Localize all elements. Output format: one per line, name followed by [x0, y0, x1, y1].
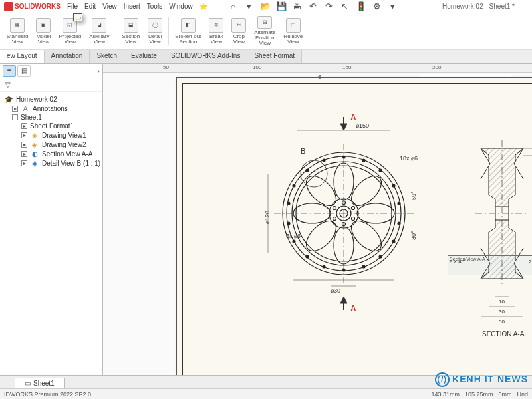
options-icon[interactable]: ⚙: [371, 1, 383, 13]
cmd-section-view[interactable]: ⬓Section View: [118, 15, 144, 47]
status-y: 105.75mm: [465, 391, 493, 398]
app-logo: [4, 2, 13, 11]
svg-point-20: [293, 203, 331, 223]
app-name: SOLIDWORKS: [15, 3, 61, 10]
cmd-model-view[interactable]: ▣Model View: [32, 15, 55, 47]
filter-icon[interactable]: ▽: [3, 80, 13, 90]
menu-view[interactable]: View: [102, 3, 117, 10]
tab-view-layout[interactable]: ew Layout: [0, 50, 45, 63]
svg-text:SECTION A-A: SECTION A-A: [482, 331, 525, 338]
svg-text:B: B: [301, 147, 305, 155]
undo-icon[interactable]: ↶: [307, 1, 319, 13]
cmd-break-view[interactable]: ≋Break View: [205, 15, 227, 47]
watermark-icon: ⟨/⟩: [435, 372, 450, 387]
svg-text:6x ⌀6: 6x ⌀6: [286, 233, 301, 239]
svg-text:⌀150: ⌀150: [356, 122, 369, 129]
status-bar: IDWORKS Premium 2022 SP2.0 143.31mm 105.…: [0, 388, 532, 399]
tree-root[interactable]: 🎓 Homework 02: [1, 94, 101, 104]
annotations-icon: A: [21, 104, 30, 112]
drawing-icon: 🎓: [4, 95, 13, 103]
svg-point-29: [379, 255, 382, 258]
svg-point-24: [379, 169, 382, 172]
svg-point-14: [334, 163, 354, 200]
command-tabs: ew Layout Annotation Sketch Evaluate SOL…: [0, 49, 532, 64]
ruler-horizontal: 50 100 150 200: [103, 64, 532, 73]
tree-section-view[interactable]: ▸ ◐ Section View A-A: [1, 149, 101, 158]
drawing-canvas[interactable]: 50 100 150 200 🔍 🔍 ↻ ◐ ◈ ⋯ ● 6 5: [103, 64, 532, 375]
tab-addins[interactable]: SOLIDWORKS Add-Ins: [164, 50, 247, 63]
svg-point-32: [323, 265, 325, 268]
property-mgr-tab-icon[interactable]: ▤: [17, 65, 31, 77]
dropdown-icon[interactable]: ▾: [387, 1, 399, 13]
sectionview-icon: ◐: [30, 150, 39, 158]
svg-text:30: 30: [499, 309, 505, 315]
technical-drawing: A A: [183, 84, 532, 375]
select-icon[interactable]: ↖: [339, 1, 351, 13]
svg-point-39: [323, 159, 325, 162]
svg-point-41: [352, 207, 355, 210]
save-icon[interactable]: 💾: [275, 1, 287, 13]
open-icon[interactable]: 📂: [259, 1, 271, 13]
main-menu: File Edit View Insert Tools Window ⭐: [67, 3, 207, 10]
cmd-brokenout[interactable]: ◧Broken-out Section: [171, 15, 205, 47]
tab-evaluate[interactable]: Evaluate: [124, 50, 164, 63]
svg-point-36: [287, 202, 290, 205]
svg-point-45: [333, 207, 336, 210]
svg-point-16: [357, 203, 394, 223]
traffic-icon[interactable]: 🚦: [355, 1, 367, 13]
cmd-detail-view[interactable]: ◯Detail View: [144, 15, 166, 47]
menu-help-icon[interactable]: ⭐: [200, 3, 207, 10]
svg-point-34: [293, 240, 295, 243]
cmd-auxiliary-view[interactable]: ◢Auxiliary View: [85, 15, 113, 47]
svg-point-38: [306, 169, 309, 172]
svg-point-44: [333, 217, 336, 221]
svg-text:⌀30: ⌀30: [331, 287, 340, 294]
tab-annotation[interactable]: Annotation: [45, 50, 90, 63]
tree-drawing-view1[interactable]: ▸ ◈ Drawing View1: [1, 130, 101, 140]
home-icon[interactable]: ⌂: [227, 1, 239, 13]
tree-annotations[interactable]: ▸ A Annotations: [1, 104, 101, 113]
menu-insert[interactable]: Insert: [124, 3, 140, 10]
tree-drawing-view2[interactable]: ▸ ◈ Drawing View2: [1, 140, 101, 149]
svg-point-28: [392, 240, 395, 243]
tree-sheet[interactable]: - ▭ Sheet1: [1, 113, 101, 122]
status-extra: Und: [517, 391, 528, 398]
svg-marker-4: [340, 297, 347, 303]
selection-section-view[interactable]: Section View A-A: [448, 255, 532, 275]
quick-access-toolbar: ⌂ ▾ 📂 💾 🖶 ↶ ↷ ↖ 🚦 ⚙ ▾: [227, 1, 399, 13]
sheet-tab-1[interactable]: ▭ Sheet1: [15, 378, 65, 388]
feature-tree-tab-icon[interactable]: ≡: [3, 65, 16, 77]
new-icon[interactable]: ▾: [243, 1, 255, 13]
svg-point-48: [301, 160, 327, 187]
tree-sheet-format[interactable]: ▸ ▭ Sheet Format1: [1, 122, 101, 130]
tab-sheet-format[interactable]: Sheet Format: [247, 50, 302, 63]
status-x: 143.31mm: [431, 391, 460, 398]
cmd-standard-view[interactable]: ▦Standard View: [3, 15, 32, 47]
svg-point-30: [362, 265, 365, 268]
print-icon[interactable]: 🖶: [291, 1, 303, 13]
cmd-crop-view[interactable]: ✂Crop View: [227, 15, 250, 47]
svg-text:10: 10: [499, 299, 505, 305]
document-title: Homework 02 - Sheet1 *: [442, 3, 515, 10]
menu-edit[interactable]: Edit: [84, 3, 96, 10]
watermark: ⟨/⟩KENH IT NEWS: [435, 372, 528, 387]
svg-point-35: [287, 222, 290, 225]
tree-detail-view[interactable]: ▸ ◉ Detail View B (1 : 1): [1, 158, 101, 168]
svg-point-33: [306, 255, 309, 258]
detailview-icon: ◉: [30, 159, 39, 167]
cmd-altpos-view[interactable]: ⊞Alternate Position View: [250, 15, 279, 47]
svg-text:50: 50: [499, 319, 505, 325]
drawingview-icon: ◈: [30, 140, 39, 148]
cmd-relative-view[interactable]: ◫Relative View: [279, 15, 307, 47]
redo-icon[interactable]: ↷: [323, 1, 335, 13]
feature-manager-panel: ≡ ▤ › ▽ 🎓 Homework 02 ▸ A Annotations - …: [0, 64, 103, 375]
tab-sketch[interactable]: Sketch: [90, 50, 124, 63]
menu-file[interactable]: File: [67, 3, 78, 10]
svg-point-42: [352, 217, 355, 221]
zone-6: 6: [318, 74, 321, 82]
sheet-icon: ▭: [25, 380, 31, 387]
panel-expand-icon[interactable]: ›: [97, 67, 100, 75]
menu-tools[interactable]: Tools: [147, 3, 162, 10]
menu-window[interactable]: Window: [169, 3, 193, 10]
drawingview-icon: ◈: [30, 131, 39, 139]
